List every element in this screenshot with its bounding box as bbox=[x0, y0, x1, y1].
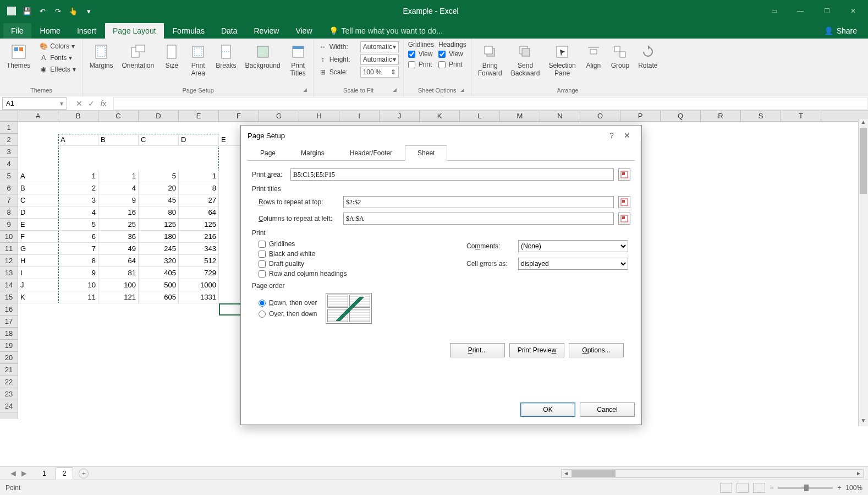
row-header[interactable]: 7 bbox=[0, 194, 18, 206]
comments-select[interactable]: (None) bbox=[518, 240, 628, 252]
cell[interactable]: 8 bbox=[58, 255, 98, 267]
rows-repeat-range-button[interactable] bbox=[618, 196, 630, 208]
cell[interactable]: 7 bbox=[58, 243, 98, 255]
sheet-tab-2[interactable]: 2 bbox=[56, 467, 74, 480]
cell[interactable]: 512 bbox=[179, 255, 219, 267]
dialog-tab-header-footer[interactable]: Header/Footer bbox=[337, 145, 405, 161]
dialog-help-icon[interactable]: ? bbox=[604, 131, 619, 140]
cell[interactable]: K bbox=[18, 291, 58, 303]
column-header[interactable]: H bbox=[299, 111, 339, 121]
print-button[interactable]: Print... bbox=[450, 343, 505, 357]
sheet-nav-prev-icon[interactable]: ◄ bbox=[9, 469, 18, 478]
scroll-left-icon[interactable]: ◄ bbox=[562, 470, 570, 476]
column-header[interactable]: A bbox=[18, 111, 58, 121]
tab-home[interactable]: Home bbox=[32, 23, 68, 39]
cancel-button[interactable]: Cancel bbox=[580, 402, 635, 417]
row-header[interactable]: 15 bbox=[0, 291, 18, 303]
cell[interactable]: 1000 bbox=[179, 279, 219, 291]
column-header[interactable]: B bbox=[58, 111, 98, 121]
row-header[interactable]: 2 bbox=[0, 134, 18, 146]
row-header[interactable]: 23 bbox=[0, 388, 18, 400]
normal-view-button[interactable] bbox=[720, 483, 732, 493]
column-header[interactable]: J bbox=[380, 111, 420, 121]
black-white-check[interactable] bbox=[259, 251, 266, 258]
ribbon-options-icon[interactable]: ▭ bbox=[761, 3, 787, 19]
touch-mode-icon[interactable]: 👆 bbox=[67, 5, 79, 17]
scroll-right-icon[interactable]: ► bbox=[854, 470, 863, 476]
group-button[interactable]: Group bbox=[609, 41, 631, 72]
cell[interactable]: 500 bbox=[139, 279, 179, 291]
size-button[interactable]: Size bbox=[161, 41, 183, 72]
cell[interactable]: 125 bbox=[139, 219, 179, 231]
scroll-down-icon[interactable]: ▼ bbox=[859, 417, 868, 426]
fx-icon[interactable]: fx bbox=[98, 98, 109, 109]
vscroll-thumb[interactable] bbox=[860, 128, 867, 194]
tab-data[interactable]: Data bbox=[213, 23, 245, 39]
hscroll-thumb[interactable] bbox=[572, 470, 616, 477]
bring-forward-button[interactable]: Bring Forward bbox=[476, 41, 504, 79]
dialog-tab-page[interactable]: Page bbox=[248, 145, 288, 161]
zoom-level[interactable]: 100% bbox=[845, 484, 862, 492]
cell[interactable]: 216 bbox=[179, 231, 219, 243]
cell-errors-select[interactable]: displayed bbox=[518, 258, 628, 270]
cell[interactable]: H bbox=[18, 255, 58, 267]
cell[interactable]: 8 bbox=[179, 182, 219, 194]
down-then-over-radio[interactable] bbox=[259, 300, 266, 307]
cell[interactable]: 16 bbox=[98, 206, 139, 219]
tell-me[interactable]: 💡Tell me what you want to do... bbox=[321, 23, 451, 39]
row-header[interactable]: 6 bbox=[0, 182, 18, 194]
cell[interactable]: 729 bbox=[179, 267, 219, 279]
vertical-scrollbar[interactable]: ▲ ▼ bbox=[858, 119, 868, 426]
cell[interactable]: 100 bbox=[98, 279, 139, 291]
row-header[interactable]: 3 bbox=[0, 146, 18, 158]
column-header[interactable]: C bbox=[98, 111, 139, 121]
column-header[interactable]: R bbox=[701, 111, 741, 121]
undo-icon[interactable]: ↶ bbox=[36, 5, 48, 17]
scale-launcher-icon[interactable]: ◢ bbox=[391, 87, 399, 95]
cell[interactable]: 605 bbox=[139, 291, 179, 303]
tab-file[interactable]: File bbox=[3, 23, 31, 39]
gridlines-view-check[interactable] bbox=[408, 51, 415, 58]
cell[interactable]: B bbox=[18, 182, 58, 194]
cell[interactable]: 2 bbox=[58, 182, 98, 194]
enter-formula-icon[interactable]: ✓ bbox=[86, 98, 97, 109]
over-then-down-radio[interactable] bbox=[259, 311, 266, 318]
close-icon[interactable]: ✕ bbox=[840, 3, 866, 19]
cell[interactable]: 25 bbox=[98, 219, 139, 231]
column-header[interactable]: F bbox=[219, 111, 259, 121]
qab-customize-icon[interactable]: ▾ bbox=[83, 5, 95, 17]
cell[interactable]: 6 bbox=[58, 231, 98, 243]
row-header[interactable]: 22 bbox=[0, 376, 18, 388]
cell[interactable]: 9 bbox=[98, 194, 139, 206]
cell[interactable]: 4 bbox=[98, 182, 139, 194]
dialog-tab-margins[interactable]: Margins bbox=[288, 145, 337, 161]
cell[interactable]: 1 bbox=[58, 170, 98, 182]
sheet-nav-next-icon[interactable]: ► bbox=[20, 469, 29, 478]
cell[interactable]: 4 bbox=[58, 206, 98, 219]
share-button[interactable]: 👤Share bbox=[816, 23, 865, 39]
tab-page-layout[interactable]: Page Layout bbox=[105, 23, 164, 39]
zoom-out-button[interactable]: − bbox=[770, 484, 773, 492]
cell[interactable]: 125 bbox=[179, 219, 219, 231]
cell[interactable]: A bbox=[58, 134, 98, 146]
row-header[interactable]: 14 bbox=[0, 279, 18, 291]
align-button[interactable]: Align bbox=[583, 41, 605, 72]
row-header[interactable]: 12 bbox=[0, 255, 18, 267]
column-header[interactable]: L bbox=[460, 111, 500, 121]
row-header[interactable]: 10 bbox=[0, 231, 18, 243]
page-layout-view-button[interactable] bbox=[737, 483, 749, 493]
cols-repeat-range-button[interactable] bbox=[618, 213, 630, 225]
cell[interactable]: 1 bbox=[179, 170, 219, 182]
column-header[interactable]: S bbox=[741, 111, 781, 121]
gridlines-check[interactable] bbox=[259, 241, 266, 248]
cell[interactable]: B bbox=[98, 134, 139, 146]
cell[interactable]: 49 bbox=[98, 243, 139, 255]
row-col-headings-check[interactable] bbox=[259, 270, 266, 278]
cell[interactable]: 80 bbox=[139, 206, 179, 219]
row-header[interactable]: 8 bbox=[0, 206, 18, 219]
cell[interactable]: 81 bbox=[98, 267, 139, 279]
row-header[interactable]: 9 bbox=[0, 219, 18, 231]
cell[interactable]: A bbox=[18, 170, 58, 182]
cell[interactable]: I bbox=[18, 267, 58, 279]
column-header[interactable]: D bbox=[139, 111, 179, 121]
